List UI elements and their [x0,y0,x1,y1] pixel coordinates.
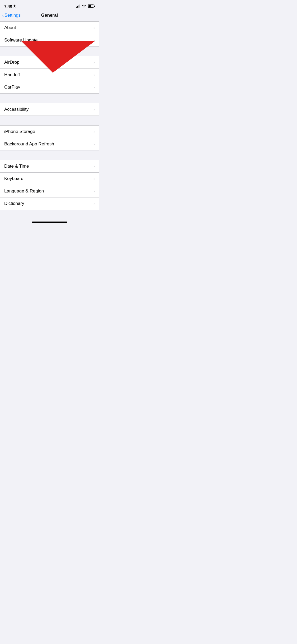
settings-group-2: AirDrop › Handoff › CarPlay › [0,56,99,94]
settings-item-background-app-refresh[interactable]: Background App Refresh › [0,138,99,150]
carplay-label: CarPlay [4,85,20,90]
time-label: 7:40 [4,4,12,8]
chevron-right-icon: › [93,26,95,30]
page-title: General [41,13,58,18]
wifi-icon [82,4,86,8]
accessibility-label: Accessibility [4,107,29,112]
status-bar: 7:40 [0,0,99,11]
software-update-label: Software Update [4,38,38,43]
settings-item-dictionary[interactable]: Dictionary › [0,197,99,210]
iphone-storage-label: iPhone Storage [4,129,35,134]
chevron-right-icon: › [93,201,95,206]
home-bar [32,222,67,223]
about-label: About [4,25,16,30]
keyboard-label: Keyboard [4,176,23,181]
signal-bar-3 [78,5,79,8]
chevron-right-icon: › [93,60,95,65]
settings-item-iphone-storage[interactable]: iPhone Storage › [0,126,99,138]
language-region-label: Language & Region [4,188,44,194]
background-app-refresh-label: Background App Refresh [4,141,54,147]
status-icons [76,4,95,8]
section-divider-3 [0,116,99,125]
settings-item-date-time[interactable]: Date & Time › [0,160,99,173]
chevron-right-icon: › [93,164,95,168]
chevron-right-icon: › [93,73,95,77]
airdrop-label: AirDrop [4,60,20,65]
chevron-right-icon: › [93,107,95,112]
chevron-right-icon: › [93,85,95,89]
settings-item-about[interactable]: About › [0,22,99,34]
dictionary-label: Dictionary [4,201,24,206]
chevron-right-icon: › [93,142,95,146]
location-icon [13,4,16,8]
signal-bar-1 [76,7,77,8]
signal-bar-4 [79,4,80,8]
settings-item-handoff[interactable]: Handoff › [0,69,99,81]
section-divider-5 [0,210,99,219]
signal-bars [76,4,80,8]
settings-item-airdrop[interactable]: AirDrop › [0,56,99,69]
chevron-right-icon: › [93,38,95,42]
date-time-label: Date & Time [4,164,29,169]
section-divider-2 [0,94,99,103]
settings-item-accessibility[interactable]: Accessibility › [0,103,99,116]
section-divider-1 [0,47,99,56]
settings-item-carplay[interactable]: CarPlay › [0,81,99,93]
settings-group-4: iPhone Storage › Background App Refresh … [0,125,99,150]
signal-bar-2 [77,6,78,8]
back-button[interactable]: ‹ Settings [2,13,21,18]
settings-item-keyboard[interactable]: Keyboard › [0,173,99,185]
section-divider-4 [0,150,99,160]
back-chevron-icon: ‹ [2,13,4,18]
nav-bar: ‹ Settings General [0,11,99,21]
settings-group-3: Accessibility › [0,103,99,116]
chevron-right-icon: › [93,189,95,193]
settings-item-software-update[interactable]: Software Update › [0,34,99,46]
settings-group-1: About › Software Update › [0,21,99,47]
chevron-right-icon: › [93,177,95,181]
status-time: 7:40 [4,4,16,8]
page-container: 7:40 [0,0,99,225]
settings-item-language-region[interactable]: Language & Region › [0,185,99,197]
home-indicator [0,219,99,225]
handoff-label: Handoff [4,72,20,77]
back-label: Settings [4,13,21,18]
settings-group-5: Date & Time › Keyboard › Language & Regi… [0,160,99,210]
chevron-right-icon: › [93,130,95,134]
battery-icon [88,4,95,8]
